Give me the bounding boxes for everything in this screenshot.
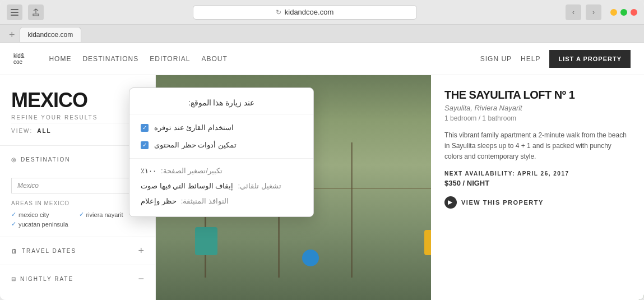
menu-separator (129, 158, 313, 159)
travel-dates-filter: 🗓 TRAVEL DATES + (0, 237, 155, 265)
nightly-rate-filter: ⊟ NIGHTLY RATE − (0, 265, 155, 293)
view-row: VIEW: ALL (11, 123, 144, 139)
destination-label: ◎ DESTINATION (11, 156, 70, 163)
help-link[interactable]: HELP (521, 55, 540, 63)
property-availability: NEXT AVAILABILITY: APRIL 26, 2017 (444, 170, 631, 177)
sidebar-title: MEXICO (11, 89, 144, 112)
site-header: kid& coe HOME DESTINATIONS EDITORIAL ABO… (0, 43, 644, 75)
nightly-rate-header[interactable]: ⊟ NIGHTLY RATE − (0, 265, 155, 293)
popups-row: النوافذ المنبثقة: حظر وإعلام (129, 193, 313, 209)
nightly-rate-label: ⊟ NIGHTLY RATE (11, 276, 73, 282)
url-bar-area: ↻ kidandcoe.com (48, 5, 561, 20)
reload-icon[interactable]: ↻ (276, 8, 281, 16)
rate-icon: ⊟ (11, 276, 17, 282)
tab-bar: + kidandcoe.com (0, 25, 644, 43)
browser-window: ↻ kidandcoe.com ‹ › + kidandcoe.com kid&… (0, 0, 644, 300)
add-tab-button[interactable]: + (4, 29, 20, 41)
titlebar-right: ‹ › (566, 4, 637, 20)
svg-rect-2 (11, 15, 18, 16)
nav-about[interactable]: ABOUT (201, 55, 227, 63)
url-bar[interactable]: ↻ kidandcoe.com (193, 5, 417, 20)
context-menu: عند زيارة هذا الموقع: استخدام القارئ عند… (129, 87, 314, 217)
check-icon-2: ✓ (142, 142, 147, 148)
view-property-button[interactable]: ▶ VIEW THIS PROPERTY (444, 196, 631, 209)
share-button[interactable] (28, 4, 44, 20)
refine-label: REFINE YOUR RESULTS (11, 114, 144, 121)
nav-editorial[interactable]: EDITORIAL (150, 55, 190, 63)
property-panel: THE SAYULITA LOFT Nº 1 Sayulita, Riviera… (431, 75, 644, 300)
view-property-label: VIEW THIS PROPERTY (461, 199, 544, 206)
property-title: THE SAYULITA LOFT Nº 1 (444, 89, 631, 101)
nav-destinations[interactable]: DESTINATIONS (82, 55, 138, 63)
context-menu-title: عند زيارة هذا الموقع: (129, 96, 313, 114)
property-price: $350 / NIGHT (444, 179, 631, 187)
sign-up-link[interactable]: SIGN UP (480, 55, 512, 63)
list-property-button[interactable]: LIST A PROPERTY (549, 50, 631, 68)
menu-item-reader[interactable]: استخدام القارئ عند توفره ✓ (129, 119, 313, 136)
zoom-row: تكبير/تصغير الصفحة: ١٠٠٪ (129, 163, 313, 178)
titlebar-left (7, 4, 44, 20)
travel-dates-header[interactable]: 🗓 TRAVEL DATES + (0, 237, 155, 265)
url-text: kidandcoe.com (285, 8, 333, 16)
minimize-button[interactable] (610, 9, 617, 16)
forward-button[interactable]: › (586, 4, 601, 20)
window-controls (610, 9, 637, 16)
property-description: This vibrant family apartment a 2-minute… (444, 130, 631, 163)
check-icon-yucatan: ✓ (11, 220, 16, 228)
header-actions: SIGN UP HELP LIST A PROPERTY (480, 50, 631, 68)
main-layout: MEXICO REFINE YOUR RESULTS VIEW: ALL ◎ D… (0, 75, 644, 300)
site-content: kid& coe HOME DESTINATIONS EDITORIAL ABO… (0, 43, 644, 300)
arrow-icon: ▶ (448, 199, 453, 205)
back-button[interactable]: ‹ (566, 4, 581, 20)
area-yucatan[interactable]: ✓ yucatan peninsula (11, 220, 77, 228)
reader-checkbox[interactable]: ✓ (141, 124, 149, 132)
active-tab[interactable]: kidandcoe.com (20, 27, 82, 42)
menu-item-blocker[interactable]: تمكين أدوات حظر المحتوى ✓ (129, 136, 313, 154)
property-details: 1 bedroom / 1 bathroom (444, 114, 631, 122)
sidebar-toggle-button[interactable] (7, 4, 22, 20)
destination-icon: ◎ (11, 156, 17, 163)
titlebar: ↻ kidandcoe.com ‹ › (0, 0, 644, 25)
travel-dates-toggle[interactable]: + (138, 245, 144, 257)
check-icon-mexico-city: ✓ (11, 211, 16, 218)
nav-links: HOME DESTINATIONS EDITORIAL ABOUT (38, 55, 466, 63)
close-button[interactable] (631, 9, 637, 16)
view-arrow-circle: ▶ (444, 196, 457, 209)
site-logo: kid& coe (13, 53, 24, 65)
areas-label: AREAS IN MEXICO (11, 200, 144, 206)
maximize-button[interactable] (620, 9, 627, 16)
area-grid: ✓ mexico city ✓ riviera nayarit ✓ yucata… (11, 211, 144, 228)
check-icon-riviera: ✓ (79, 211, 84, 218)
property-location: Sayulita, Riviera Nayarit (444, 104, 631, 112)
travel-dates-label: 🗓 TRAVEL DATES (11, 248, 76, 255)
nav-home[interactable]: HOME (49, 55, 71, 63)
area-mexico-city[interactable]: ✓ mexico city (11, 211, 77, 218)
autoplay-row: تشغيل تلقائي: إيقاف الوسائط التي فيها صو… (129, 178, 313, 193)
calendar-icon: 🗓 (11, 248, 18, 255)
nightly-rate-toggle[interactable]: − (138, 273, 144, 285)
destination-search-input[interactable] (11, 178, 144, 193)
svg-rect-0 (11, 9, 18, 10)
check-icon: ✓ (142, 124, 147, 131)
svg-rect-1 (11, 12, 18, 13)
blocker-checkbox[interactable]: ✓ (141, 141, 149, 149)
